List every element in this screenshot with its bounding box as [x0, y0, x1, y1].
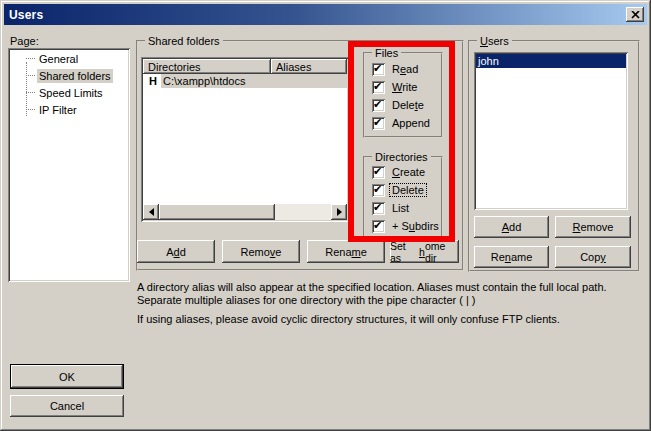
scroll-right-button[interactable]	[331, 204, 347, 220]
page-tree[interactable]: General Shared folders Speed Limits IP F…	[8, 48, 130, 282]
remove-folder-button[interactable]: Remove	[222, 240, 300, 263]
rename-folder-button[interactable]: Rename	[307, 240, 385, 263]
add-user-button[interactable]: Add	[474, 216, 549, 238]
set-as-home-dir-button[interactable]: Set as home dir	[390, 240, 459, 263]
remove-user-button[interactable]: Remove	[555, 216, 631, 238]
close-button[interactable]	[626, 7, 644, 22]
close-icon	[631, 11, 640, 19]
add-folder-button[interactable]: Add	[137, 240, 215, 263]
horizontal-scrollbar[interactable]	[143, 204, 347, 220]
scroll-left-icon	[149, 208, 154, 216]
column-header-directories[interactable]: Directories	[143, 59, 271, 74]
window-title: Users	[4, 8, 43, 22]
user-row-john[interactable]: john	[476, 54, 626, 68]
copy-user-button[interactable]: Copy	[555, 246, 631, 268]
home-marker: H	[143, 75, 161, 87]
scrollbar-thumb[interactable]	[159, 204, 275, 220]
tree-item-general[interactable]: General	[10, 50, 128, 67]
list-header: Directories Aliases	[143, 59, 347, 74]
tree-line	[26, 92, 35, 93]
shared-folders-group-label: Shared folders	[145, 35, 223, 47]
tree-item-shared-folders[interactable]: Shared folders	[10, 67, 128, 84]
users-dialog: Users Page: General Shared folders Speed…	[0, 0, 651, 431]
tree-item-ip-filter[interactable]: IP Filter	[10, 101, 128, 118]
users-list[interactable]: john	[474, 52, 628, 210]
cancel-button[interactable]: Cancel	[10, 395, 124, 417]
ok-button[interactable]: OK	[10, 364, 124, 389]
tree-item-speed-limits[interactable]: Speed Limits	[10, 84, 128, 101]
alias-description-text: A directory alias will also appear at th…	[137, 281, 647, 307]
tree-line	[26, 75, 35, 76]
users-group-label: Users	[477, 35, 512, 47]
annotation-rectangle	[348, 41, 455, 242]
title-bar[interactable]: Users	[4, 4, 647, 25]
shared-folders-list[interactable]: Directories Aliases H C:\xampp\htdocs	[141, 57, 349, 222]
tree-line	[26, 58, 35, 59]
column-header-aliases[interactable]: Aliases	[271, 59, 347, 74]
scroll-left-button[interactable]	[143, 204, 159, 220]
directory-path: C:\xampp\htdocs	[161, 74, 347, 88]
scrollbar-track[interactable]	[275, 204, 331, 220]
shared-folder-row[interactable]: H C:\xampp\htdocs	[143, 74, 347, 88]
rename-user-button[interactable]: Rename	[474, 246, 549, 268]
alias-warning-text: If using aliases, please avoid cyclic di…	[137, 313, 647, 326]
page-label: Page:	[10, 35, 39, 47]
tree-line	[26, 109, 35, 110]
scroll-right-icon	[337, 208, 342, 216]
